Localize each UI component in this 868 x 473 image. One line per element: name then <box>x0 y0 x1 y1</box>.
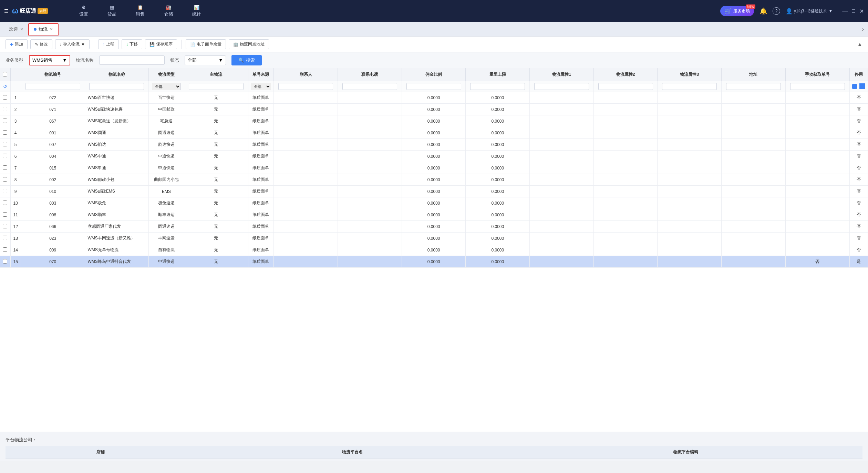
logistics-site-button[interactable]: 🏢 物流网点地址 <box>229 39 269 49</box>
filter-disabled-checkbox[interactable] <box>852 84 857 89</box>
table-row[interactable]: 9 010 WMS邮政EMS EMS 无 纸质面单 0.0000 0.0000 … <box>0 186 868 197</box>
filter-phone-cell <box>338 81 402 92</box>
down-button[interactable]: ↓ 下移 <box>122 39 142 49</box>
row-weight: 0.0000 <box>466 115 530 127</box>
row-commission: 0.0000 <box>402 104 466 115</box>
table-row[interactable]: 3 067 WMS宅急送（发新疆） 宅急送 无 纸质面单 0.0000 0.00… <box>0 115 868 127</box>
table-row[interactable]: 7 015 WMS申通 申通快递 无 纸质面单 0.0000 0.0000 否 <box>0 162 868 174</box>
filter-name-input[interactable] <box>89 83 144 90</box>
table-row[interactable]: 4 001 WMS圆通 圆通速递 无 纸质面单 0.0000 0.0000 否 <box>0 127 868 139</box>
save-order-button[interactable]: 💾 保存顺序 <box>145 39 177 49</box>
nav-goods[interactable]: ▦ 货品 <box>98 3 126 19</box>
row-checkbox[interactable] <box>3 119 7 123</box>
filter-attr3-input[interactable] <box>662 83 717 90</box>
row-checkbox[interactable] <box>3 107 7 111</box>
row-checkbox[interactable] <box>3 247 7 252</box>
table-row[interactable]: 2 071 WMS邮政快递包裹 中国邮政 无 纸质面单 0.0000 0.000… <box>0 104 868 115</box>
help-icon[interactable]: ? <box>773 7 780 15</box>
nav-settings[interactable]: ⚙ 设置 <box>70 3 98 19</box>
close-btn[interactable]: ✕ <box>859 8 864 14</box>
row-attr3 <box>658 92 722 104</box>
filter-contact-input[interactable] <box>278 83 333 90</box>
table-row[interactable]: 12 066 孝感圆通厂家代发 圆通速递 无 纸质面单 0.0000 0.000… <box>0 221 868 233</box>
edit-button[interactable]: ✎ 修改 <box>30 39 52 49</box>
search-button[interactable]: 🔍 搜索 <box>231 55 262 65</box>
filter-attr2-input[interactable] <box>598 83 653 90</box>
user-info[interactable]: 👤 y1fq3~书链通技术 ▼ <box>786 8 833 14</box>
import-button[interactable]: ↓ 导入物流 ▼ <box>55 39 90 49</box>
row-checkbox[interactable] <box>3 236 7 240</box>
filter-type-select[interactable]: 全部 <box>152 83 181 90</box>
row-checkbox[interactable] <box>3 142 7 146</box>
row-main: 无 <box>184 221 248 233</box>
filter-address-input[interactable] <box>726 83 781 90</box>
e-bill-quota-button[interactable]: 📄 电子面单余量 <box>186 39 226 49</box>
scroll-up-indicator[interactable]: ▲ <box>857 41 862 48</box>
tab-logistics[interactable]: 物流 ✕ <box>28 23 59 35</box>
row-checkbox[interactable] <box>3 212 7 217</box>
refresh-icon[interactable]: ↺ <box>3 84 7 89</box>
maximize-btn[interactable]: □ <box>852 8 855 14</box>
add-icon: ✚ <box>10 42 13 47</box>
status-select[interactable]: 全部 ▼ <box>185 55 226 65</box>
tab-welcome-close[interactable]: ✕ <box>20 27 23 32</box>
row-phone <box>338 209 402 221</box>
filter-weight-cell <box>466 81 530 92</box>
row-checkbox[interactable] <box>3 189 7 193</box>
tab-scroll-right-icon[interactable]: › <box>862 26 864 32</box>
up-button[interactable]: ↑ 上移 <box>98 39 119 49</box>
add-button[interactable]: ✚ 添加 <box>6 39 28 49</box>
row-manual-no <box>785 115 849 127</box>
nav-stats[interactable]: 📊 统计 <box>183 3 211 19</box>
row-checkbox[interactable] <box>3 154 7 158</box>
row-manual-no: 否 <box>785 256 849 268</box>
table-row[interactable]: 14 009 WMS无单号物流 自有物流 无 纸质面单 0.0000 0.000… <box>0 244 868 256</box>
row-code: 002 <box>21 174 85 186</box>
table-row[interactable]: 6 004 WMS中通 中通快递 无 纸质面单 0.0000 0.0000 否 <box>0 151 868 162</box>
filter-disabled-cell <box>849 81 868 92</box>
row-attr2 <box>593 209 658 221</box>
row-type: 圆通速递 <box>149 127 184 139</box>
row-attr2 <box>593 127 658 139</box>
table-row[interactable]: 10 003 WMS极兔 极兔速递 无 纸质面单 0.0000 0.0000 否 <box>0 197 868 209</box>
row-checkbox[interactable] <box>3 130 7 135</box>
table-row[interactable]: 1 072 WMS百世快递 百世快运 无 纸质面单 0.0000 0.0000 … <box>0 92 868 104</box>
filter-disabled-checkbox2[interactable] <box>859 83 865 89</box>
biz-type-select[interactable]: WMS销售 ▼ <box>29 55 70 65</box>
table-row[interactable]: 11 008 WMS顺丰 顺丰速运 无 纸质面单 0.0000 0.0000 否 <box>0 209 868 221</box>
table-row[interactable]: 8 002 WMS邮政小包 曲邮国内小包 无 纸质面单 0.0000 0.000… <box>0 174 868 186</box>
filter-weight-input[interactable] <box>470 83 525 90</box>
service-market-btn[interactable]: 🛒 服务市场 NEW <box>720 6 754 16</box>
row-main: 无 <box>184 256 248 268</box>
filter-code-input[interactable] <box>25 83 80 90</box>
row-checkbox[interactable] <box>3 95 7 100</box>
row-checkbox[interactable] <box>3 165 7 170</box>
nav-sales[interactable]: 📋 销售 <box>126 3 154 19</box>
row-checkbox[interactable] <box>3 259 7 264</box>
table-row[interactable]: 13 023 WMS丰网速运（新又雅） 丰网速运 无 纸质面单 0.0000 0… <box>0 233 868 244</box>
menu-icon[interactable]: ≡ <box>4 7 9 16</box>
row-name: WMS蜂鸟申通抖音代发 <box>85 256 149 268</box>
row-checkbox[interactable] <box>3 177 7 182</box>
nav-warehouse[interactable]: 🏭 仓储 <box>154 3 183 19</box>
table-row[interactable]: 15 070 WMS蜂鸟申通抖音代发 申通快递 无 纸质面单 0.0000 0.… <box>0 256 868 268</box>
filter-phone-input[interactable] <box>342 83 397 90</box>
row-checkbox[interactable] <box>3 200 7 205</box>
filter-source-select[interactable]: 全部 <box>251 83 271 90</box>
tab-welcome[interactable]: 欢迎 ✕ <box>4 23 28 35</box>
logistics-name-input[interactable] <box>99 55 165 65</box>
filter-manual-input[interactable] <box>790 83 845 90</box>
select-all-checkbox[interactable] <box>3 72 7 76</box>
table-row[interactable]: 5 007 WMS韵达 韵达快递 无 纸质面单 0.0000 0.0000 否 <box>0 139 868 151</box>
row-type: 百世快运 <box>149 92 184 104</box>
tab-logistics-close[interactable]: ✕ <box>50 27 53 32</box>
minimize-btn[interactable]: — <box>842 8 848 14</box>
filter-attr1-input[interactable] <box>534 83 589 90</box>
filter-commission-input[interactable] <box>406 83 461 90</box>
row-checkbox[interactable] <box>3 224 7 228</box>
row-code: 009 <box>21 244 85 256</box>
filter-main-input[interactable] <box>189 83 244 90</box>
row-code: 007 <box>21 139 85 151</box>
row-num: 2 <box>10 104 21 115</box>
notification-bell-icon[interactable]: 🔔 <box>760 7 767 15</box>
